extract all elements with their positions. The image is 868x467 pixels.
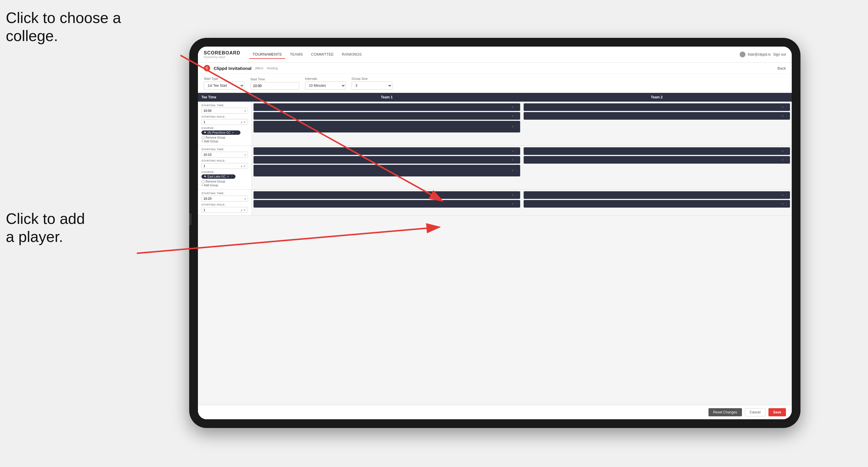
remove-group-icon-2: ◯ (202, 180, 205, 183)
cancel-button[interactable]: Cancel (745, 408, 766, 416)
add-group-btn-2[interactable]: + Add Group (202, 184, 248, 187)
starting-hole-select-2[interactable]: 1 ▲▼ (202, 163, 248, 169)
nav-link-teams[interactable]: TEAMS (286, 50, 307, 59)
slot-x-icon[interactable]: ✕ (512, 169, 514, 173)
th-tee-time: Tee Time (198, 93, 252, 102)
add-group-btn-1[interactable]: + Add Group (202, 140, 248, 143)
player-slot-t1r2s3[interactable]: ✕ ⋮ (253, 165, 520, 177)
slot-x-icon[interactable]: ✕ (781, 158, 784, 162)
slot-chevron-icon[interactable]: ⋮ (785, 158, 788, 162)
group-actions-2: ◯ Remove Group + Add Group (202, 180, 248, 187)
player-slot-t2r3s2[interactable]: ✕ ⋮ (524, 200, 790, 208)
nav-link-rankings[interactable]: RANKINGS (339, 50, 365, 59)
nav-bar: SCOREBOARD Powered by clippd TOURNAMENTS… (198, 46, 792, 63)
slot-chevron-icon[interactable]: ⋮ (515, 193, 519, 197)
slot-x-icon[interactable]: ✕ (781, 193, 784, 197)
player-slot-t1r3s1[interactable]: ✕ ⋮ (253, 191, 520, 199)
course-remove-2[interactable]: ✕ (227, 175, 229, 178)
slot-chevron-icon[interactable]: ⋮ (785, 202, 788, 206)
start-time-input[interactable] (250, 82, 299, 90)
tee-row-2: STARTING TIME: 10:10 ● STARTING HOLE: 1 … (198, 146, 792, 190)
th-team2: Team 2 (522, 93, 792, 102)
logo-sub: Powered by clippd (204, 56, 241, 59)
starting-hole-value-3: 1 (204, 208, 205, 212)
slot-x-icon[interactable]: ✕ (512, 202, 514, 206)
player-slot-t2r1s1[interactable]: ✕ ⋮ (524, 103, 790, 111)
slot-x-icon[interactable]: ✕ (512, 125, 514, 129)
slot-chevron-icon[interactable]: ⋮ (515, 158, 519, 162)
course-tag-1[interactable]: ⚑ (A) Peachtree GC ✕ ⋮ (202, 130, 241, 135)
course-label-1: COURSE: (202, 127, 248, 130)
player-slot-t2r2s1[interactable]: ✕ ⋮ (524, 147, 790, 155)
slot-chevron-icon[interactable]: ⋮ (785, 149, 788, 153)
starting-time-value-1: 10:00 (204, 109, 212, 113)
slot-chevron-icon[interactable]: ⋮ (785, 114, 788, 118)
slot-x-icon[interactable]: ✕ (781, 149, 784, 153)
slot-chevron-icon[interactable]: ⋮ (515, 114, 519, 118)
annotation-line2: college. (6, 27, 58, 44)
course-remove-1[interactable]: ✕ (232, 131, 234, 134)
player-slot-t1r3s2[interactable]: ✕ ⋮ (253, 200, 520, 208)
slot-chevron-icon[interactable]: ⋮ (515, 125, 519, 129)
starting-time-label-2: STARTING TIME: (202, 148, 248, 151)
hosting-badge: Hosting (267, 66, 278, 70)
group-size-select[interactable]: 3 2 4 (352, 82, 392, 90)
back-button[interactable]: Back (777, 66, 786, 70)
starting-time-input-3[interactable]: 10:20 ● (202, 196, 248, 201)
intervals-select[interactable]: 10 Minutes 8 Minutes 12 Minutes (305, 82, 346, 90)
slot-chevron-icon[interactable]: ⋮ (785, 105, 788, 109)
player-slot-t1r1s2[interactable]: ✕ ⋮ (253, 112, 520, 120)
slot-x-icon[interactable]: ✕ (781, 114, 784, 118)
player-slot-t1r2s1[interactable]: ✕ ⋮ (253, 147, 520, 155)
starting-hole-label-3: STARTING HOLE: (202, 203, 248, 206)
nav-links: TOURNAMENTS TEAMS COMMITTEE RANKINGS (249, 50, 740, 59)
save-button[interactable]: Save (769, 408, 786, 416)
player-slot-t2r1s2[interactable]: ✕ ⋮ (524, 112, 790, 120)
starting-hole-select-3[interactable]: 1 ▲▼ (202, 207, 248, 213)
slot-x-icon[interactable]: ✕ (781, 202, 784, 206)
reset-changes-button[interactable]: Reset Changes (709, 408, 742, 416)
gender-badge: (Men) (255, 66, 264, 70)
tee-row-1: STARTING TIME: 10:00 ● STARTING HOLE: 1 … (198, 102, 792, 146)
sub-header: C Clippd Invitational (Men) Hosting Back (198, 63, 792, 74)
annotation-line4: a player. (6, 228, 63, 245)
slot-chevron-icon[interactable]: ⋮ (515, 202, 519, 206)
time-icon-2: ● (244, 153, 246, 156)
nav-link-committee[interactable]: COMMITTEE (308, 50, 337, 59)
player-slot-t2r3s1[interactable]: ✕ ⋮ (524, 191, 790, 199)
team2-col-2: ✕ ⋮ ✕ ⋮ (522, 146, 792, 189)
slot-x-icon[interactable]: ✕ (512, 193, 514, 197)
starting-hole-value-2: 1 (204, 164, 205, 168)
player-slot-t2r2s2[interactable]: ✕ ⋮ (524, 156, 790, 164)
course-more-1[interactable]: ⋮ (235, 131, 238, 134)
slot-x-icon[interactable]: ✕ (781, 105, 784, 109)
remove-group-btn-1[interactable]: ◯ Remove Group (202, 136, 248, 139)
remove-group-btn-2[interactable]: ◯ Remove Group (202, 180, 248, 183)
starting-time-value-2: 10:10 (204, 153, 212, 156)
start-type-select[interactable]: 1st Tee Start Shotgun Start (204, 82, 245, 90)
logo-area: SCOREBOARD Powered by clippd (204, 50, 241, 59)
slot-x-icon[interactable]: ✕ (512, 105, 514, 109)
hole-chevron-3: ▲▼ (240, 209, 246, 212)
slot-x-icon[interactable]: ✕ (512, 158, 514, 162)
time-icon-1: ● (244, 109, 246, 113)
slot-chevron-icon[interactable]: ⋮ (515, 105, 519, 109)
sign-out-link[interactable]: Sign out (773, 53, 786, 57)
slot-chevron-icon[interactable]: ⋮ (515, 169, 519, 173)
starting-hole-select-1[interactable]: 1 ▲▼ (202, 119, 248, 125)
slot-x-icon[interactable]: ✕ (512, 149, 514, 153)
player-slot-t1r1s1[interactable]: ✕ ⋮ (253, 103, 520, 111)
starting-time-input-2[interactable]: 10:10 ● (202, 152, 248, 157)
nav-link-tournaments[interactable]: TOURNAMENTS (249, 50, 285, 59)
group-actions-1: ◯ Remove Group + Add Group (202, 136, 248, 143)
slot-x-icon[interactable]: ✕ (512, 114, 514, 118)
course-more-2[interactable]: ⋮ (230, 175, 233, 178)
player-slot-t1r1s3[interactable]: ✕ ⋮ (253, 121, 520, 132)
starting-time-input-1[interactable]: 10:00 ● (202, 108, 248, 114)
slot-chevron-icon[interactable]: ⋮ (785, 193, 788, 197)
starting-hole-label-2: STARTING HOLE: (202, 159, 248, 162)
slot-chevron-icon[interactable]: ⋮ (515, 149, 519, 153)
course-tag-2[interactable]: ⚑ East Lake GC ✕ ⋮ (202, 175, 236, 179)
starting-hole-value-1: 1 (204, 120, 205, 124)
player-slot-t1r2s2[interactable]: ✕ ⋮ (253, 156, 520, 164)
